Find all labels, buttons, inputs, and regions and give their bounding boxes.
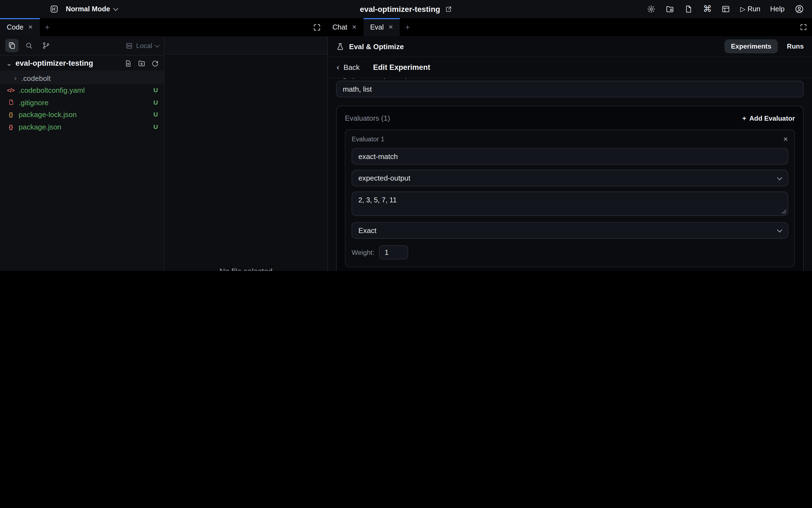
empty-editor-message: No file selected	[219, 267, 272, 271]
evaluator-field-value: expected-output	[359, 174, 410, 182]
play-icon: ▷	[740, 6, 745, 12]
tags-label-clipped: Tags (comma separated)	[336, 78, 804, 81]
chevron-right-icon: ›	[15, 75, 17, 81]
git-branch-icon[interactable]	[40, 39, 53, 52]
close-icon[interactable]: ✕	[28, 24, 33, 30]
close-icon[interactable]: ✕	[352, 24, 357, 30]
back-button[interactable]: ‹ Back	[337, 63, 360, 72]
file-icon	[7, 99, 14, 106]
tree-item-label: .gitignore	[19, 98, 49, 107]
refresh-icon[interactable]	[151, 59, 159, 67]
tab-code-label: Code	[7, 23, 24, 31]
match-type-select[interactable]: Exact	[352, 222, 788, 239]
chevron-down-icon	[155, 42, 160, 47]
file-explorer-sidebar: Local ⌄ eval-optimizer-testing › .codebo…	[0, 36, 165, 271]
tree-item-label: package-lock.json	[19, 111, 77, 119]
plus-icon: +	[405, 23, 410, 31]
evaluator-field-select[interactable]: expected-output	[352, 170, 788, 186]
evaluators-header: Evaluators (1)	[345, 114, 390, 122]
add-evaluator-button[interactable]: + Add Evaluator	[742, 114, 795, 122]
tab-eval-label: Eval	[370, 23, 383, 31]
tab-chat-label: Chat	[332, 23, 347, 31]
resize-handle-icon[interactable]	[781, 209, 786, 214]
tab-eval[interactable]: Eval ✕	[363, 18, 400, 36]
collapse-panel-icon[interactable]	[50, 5, 58, 13]
tree-item-package-json[interactable]: {} package.json U	[0, 121, 164, 133]
new-tab-button-left[interactable]: +	[40, 18, 55, 36]
search-icon[interactable]	[23, 39, 36, 52]
runs-tab[interactable]: Runs	[787, 43, 804, 50]
weight-input[interactable]: 1	[379, 246, 408, 259]
eval-optimize-panel: Eval & Optimize Experiments Runs ‹ Back …	[327, 36, 812, 271]
tree-item-codeboltconfig[interactable]: </> .codeboltconfig.yaml U	[0, 84, 164, 96]
fullscreen-icon[interactable]	[800, 18, 807, 36]
close-icon[interactable]: ✕	[388, 24, 393, 30]
back-label: Back	[343, 63, 360, 72]
help-button[interactable]: Help	[770, 5, 785, 13]
command-palette-icon[interactable]: ⌘	[703, 5, 712, 13]
experiments-tab[interactable]: Experiments	[725, 40, 777, 53]
git-status-badge: U	[154, 99, 158, 106]
editor-panel: No file selected	[165, 36, 327, 271]
mode-selector[interactable]: Normal Mode	[66, 5, 117, 13]
tab-code[interactable]: Code ✕	[0, 18, 40, 36]
expand-panel-icon[interactable]	[313, 23, 321, 31]
match-type-value: Exact	[359, 226, 377, 235]
close-icon[interactable]: ✕	[783, 136, 788, 142]
git-status-badge: U	[154, 111, 158, 118]
add-evaluator-label: Add Evaluator	[749, 114, 795, 122]
plus-icon: +	[45, 23, 50, 31]
tree-item-label: .codebolt	[21, 74, 51, 82]
run-label: Run	[748, 5, 760, 13]
top-bar: Normal Mode eval-optimizer-testing ⌘ ▷ R…	[0, 0, 812, 18]
editor-header	[165, 36, 327, 54]
project-name: eval-optimizer-testing	[15, 59, 93, 68]
yaml-file-icon: </>	[7, 87, 14, 93]
flask-icon	[336, 42, 344, 50]
evaluator-card: Evaluator 1 ✕ exact-match expected-outpu…	[345, 129, 795, 267]
json-file-icon: {}	[7, 112, 14, 117]
project-root-row[interactable]: ⌄ eval-optimizer-testing	[0, 55, 164, 72]
scope-selector[interactable]: Local	[125, 42, 159, 49]
external-link-icon[interactable]	[445, 5, 452, 13]
weight-label: Weight:	[352, 249, 374, 256]
layout-icon[interactable]	[722, 5, 731, 13]
new-folder-icon[interactable]	[138, 59, 146, 67]
file-icon[interactable]	[684, 5, 693, 13]
tree-item-gitignore[interactable]: .gitignore U	[0, 96, 164, 109]
chevron-down-icon	[113, 6, 118, 11]
git-status-badge: U	[154, 87, 158, 94]
tags-input[interactable]: math, list	[336, 81, 804, 97]
app-window: Normal Mode eval-optimizer-testing ⌘ ▷ R…	[0, 0, 812, 271]
new-tab-button-center[interactable]: +	[400, 18, 415, 36]
new-file-icon[interactable]	[124, 59, 132, 67]
window-title: eval-optimizer-testing	[360, 5, 440, 13]
view-toggle: Experiments Runs	[725, 40, 804, 53]
chevron-left-icon: ‹	[337, 63, 339, 72]
tree-item-label: .codeboltconfig.yaml	[19, 86, 85, 94]
tree-item-codebolt[interactable]: › .codebolt	[0, 72, 164, 84]
chevron-down-icon	[777, 227, 782, 232]
files-view-icon[interactable]	[5, 39, 19, 52]
evaluator-name-input[interactable]: exact-match	[352, 148, 788, 165]
window-title-group: eval-optimizer-testing	[360, 5, 452, 13]
plus-icon: +	[742, 115, 746, 121]
experiment-form: Tags (comma separated) math, list Evalua…	[328, 78, 812, 271]
settings-icon[interactable]	[647, 5, 656, 13]
account-icon[interactable]	[794, 4, 804, 14]
page-title: Edit Experiment	[373, 63, 430, 72]
panel-title: Eval & Optimize	[349, 42, 404, 50]
scope-label: Local	[136, 42, 152, 49]
expected-value-textarea[interactable]: 2, 3, 5, 7, 11	[352, 192, 788, 216]
file-tree: › .codebolt </> .codeboltconfig.yaml U .…	[0, 72, 164, 133]
git-status-badge: U	[154, 123, 158, 130]
tree-item-package-lock[interactable]: {} package-lock.json U	[0, 109, 164, 121]
tab-chat[interactable]: Chat ✕	[326, 18, 363, 36]
tab-bar: Code ✕ + Chat ✕ Eval ✕ +	[0, 18, 812, 36]
evaluators-section: Evaluators (1) + Add Evaluator Evaluator…	[336, 106, 804, 271]
tree-item-label: package.json	[19, 123, 62, 131]
json-file-icon: {}	[7, 124, 14, 129]
run-button[interactable]: ▷ Run	[740, 5, 760, 13]
chevron-down-icon	[777, 175, 782, 180]
project-settings-icon[interactable]	[665, 5, 675, 13]
